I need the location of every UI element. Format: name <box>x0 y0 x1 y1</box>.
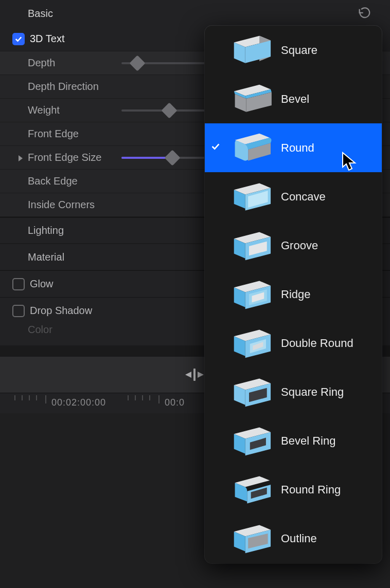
label-back-edge: Back Edge <box>28 175 78 187</box>
thumb-groove-icon <box>225 228 273 263</box>
menu-item-label: Round Ring <box>281 483 341 497</box>
menu-item-bevel-ring[interactable]: Bevel Ring <box>205 416 382 465</box>
label-glow: Glow <box>30 278 54 290</box>
label-front-edge-size: Front Edge Size <box>28 152 101 163</box>
menu-item-round-ring[interactable]: Round Ring <box>205 465 382 514</box>
menu-item-label: Ridge <box>281 288 310 301</box>
label-material: Material <box>28 251 64 263</box>
thumb-concave-icon <box>225 179 273 214</box>
menu-item-square[interactable]: Square <box>205 26 382 75</box>
menu-item-label: Bevel Ring <box>281 434 335 448</box>
menu-item-label: Double Round <box>281 337 353 350</box>
checkbox-drop-shadow[interactable] <box>12 305 25 317</box>
checkbox-glow[interactable] <box>12 278 25 290</box>
menu-item-ridge[interactable]: Ridge <box>205 270 382 319</box>
checkmark-icon <box>210 141 221 155</box>
slider-front-edge-size[interactable]: .slider-track.purple-fill::before{width:… <box>121 157 206 159</box>
disclosure-front-edge-size[interactable] <box>16 153 25 161</box>
menu-item-bevel[interactable]: Bevel <box>205 75 382 123</box>
label-front-edge: Front Edge <box>28 128 79 140</box>
menu-item-outline[interactable]: Outline <box>205 514 382 563</box>
checkbox-3d-text[interactable] <box>12 33 25 45</box>
timecode-1: 00:02:00:00 <box>51 397 106 408</box>
label-weight: Weight <box>28 104 60 116</box>
front-edge-popover: Square Bevel <box>205 26 382 563</box>
label-lighting: Lighting <box>28 225 64 236</box>
thumb-ridge-icon <box>225 277 273 312</box>
menu-item-concave[interactable]: Concave <box>205 172 382 221</box>
thumb-round-icon <box>225 131 273 166</box>
slider-weight[interactable] <box>121 109 206 112</box>
thumb-square-icon <box>225 33 273 68</box>
skimming-icon[interactable] <box>184 368 205 382</box>
menu-item-label: Concave <box>281 190 326 204</box>
reset-icon[interactable] <box>357 6 371 21</box>
svg-rect-0 <box>193 369 196 381</box>
label-depth-direction: Depth Direction <box>28 81 99 93</box>
thumb-bevel-ring-icon <box>225 424 273 458</box>
thumb-square-ring-icon <box>225 375 273 410</box>
menu-item-label: Groove <box>281 239 318 252</box>
slider-thumb-front-edge-size[interactable] <box>164 150 180 166</box>
menu-item-label: Outline <box>281 532 317 545</box>
menu-item-label: Round <box>281 141 314 155</box>
timecode-2: 00:0 <box>165 397 185 408</box>
label-inside-corners: Inside Corners <box>28 199 95 211</box>
section-header-basic: Basic <box>0 0 390 27</box>
label-depth: Depth <box>28 57 55 69</box>
section-title: Basic <box>28 8 53 20</box>
label-drop-shadow-color: Color <box>28 324 52 336</box>
menu-item-label: Square <box>281 44 317 57</box>
label-3d-text: 3D Text <box>30 33 64 45</box>
menu-item-label: Bevel <box>281 93 309 106</box>
menu-item-groove[interactable]: Groove <box>205 221 382 270</box>
thumb-outline-icon <box>225 521 273 556</box>
slider-thumb-depth[interactable] <box>129 55 145 71</box>
slider-thumb-weight[interactable] <box>161 102 177 118</box>
menu-item-square-ring[interactable]: Square Ring <box>205 368 382 416</box>
slider-depth[interactable] <box>121 62 206 64</box>
label-drop-shadow: Drop Shadow <box>30 305 92 317</box>
menu-item-label: Square Ring <box>281 385 344 399</box>
menu-item-double-round[interactable]: Double Round <box>205 319 382 368</box>
thumb-bevel-icon <box>225 82 273 117</box>
thumb-round-ring-icon <box>225 472 273 507</box>
thumb-double-round-icon <box>225 326 273 361</box>
menu-item-round[interactable]: Round <box>205 123 382 172</box>
